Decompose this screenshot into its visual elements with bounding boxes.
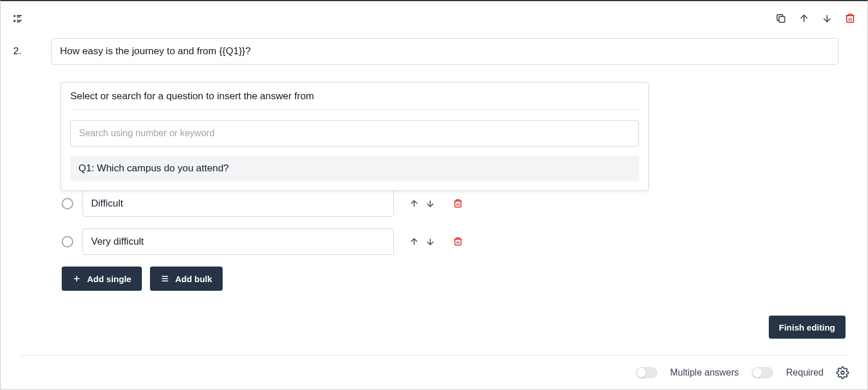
svg-point-13	[841, 371, 844, 374]
finish-editing-button[interactable]: Finish editing	[769, 316, 846, 339]
move-option-down-button[interactable]	[424, 235, 437, 248]
dropdown-search-input[interactable]	[70, 120, 639, 147]
question-text-input[interactable]	[51, 38, 839, 65]
multiple-answers-label: Multiple answers	[670, 367, 739, 378]
svg-point-0	[13, 15, 16, 17]
delete-question-button[interactable]	[843, 12, 857, 25]
option-row	[62, 228, 500, 255]
required-toggle[interactable]	[751, 367, 773, 378]
dropdown-title: Select or search for a question to inser…	[70, 91, 639, 110]
add-bulk-button[interactable]: Add bulk	[150, 267, 223, 291]
question-type-icon[interactable]	[11, 12, 25, 25]
move-option-up-button[interactable]	[408, 197, 420, 210]
add-single-button[interactable]: Add single	[62, 267, 142, 291]
required-label: Required	[786, 367, 824, 378]
dropdown-result-item[interactable]: Q1: Which campus do you attend?	[70, 156, 639, 181]
add-bulk-label: Add bulk	[175, 274, 212, 284]
delete-option-button[interactable]	[452, 197, 464, 210]
question-footer: Multiple answers Required	[19, 355, 849, 379]
add-single-label: Add single	[87, 274, 131, 284]
move-option-up-button[interactable]	[408, 235, 420, 248]
option-row	[62, 190, 500, 217]
svg-rect-7	[847, 16, 854, 22]
radio-icon	[62, 236, 73, 247]
move-option-down-button[interactable]	[424, 197, 437, 210]
radio-icon	[62, 198, 73, 209]
svg-rect-9	[455, 239, 461, 246]
question-number: 2.	[11, 46, 51, 57]
move-question-down-button[interactable]	[820, 12, 834, 25]
svg-point-3	[13, 20, 16, 22]
settings-gear-icon[interactable]	[836, 366, 849, 379]
svg-rect-6	[779, 17, 785, 22]
duplicate-button[interactable]	[774, 12, 788, 25]
option-input[interactable]	[82, 190, 394, 217]
option-input[interactable]	[82, 228, 394, 255]
multiple-answers-toggle[interactable]	[636, 367, 657, 378]
insert-answer-dropdown: Select or search for a question to inser…	[61, 82, 649, 191]
move-question-up-button[interactable]	[797, 12, 811, 25]
svg-rect-8	[455, 201, 461, 208]
delete-option-button[interactable]	[452, 235, 464, 248]
